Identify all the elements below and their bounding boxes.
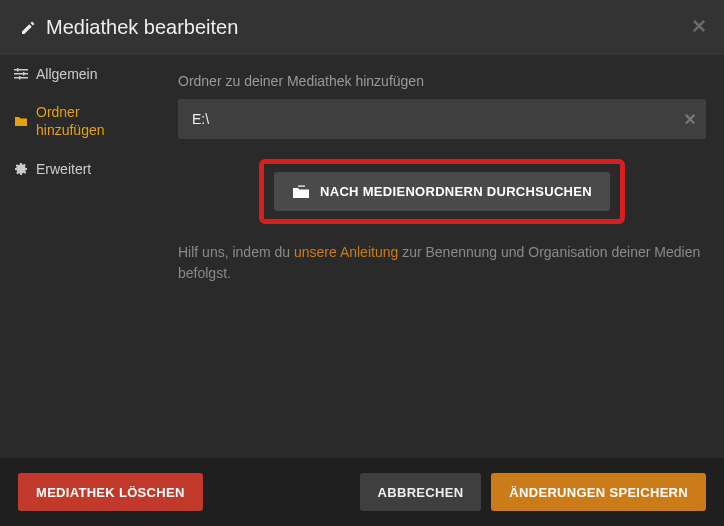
close-icon[interactable]: × bbox=[692, 14, 706, 38]
help-text: Hilf uns, indem du unsere Anleitung zur … bbox=[178, 242, 706, 284]
naming-guide-link[interactable]: unsere Anleitung bbox=[294, 244, 398, 260]
sidebar-item-advanced[interactable]: Erweitert bbox=[0, 150, 158, 188]
folder-path-row[interactable]: E:\ × bbox=[178, 99, 706, 139]
browse-button-label: NACH MEDIENORDNERN DURCHSUCHEN bbox=[320, 184, 592, 199]
svg-rect-5 bbox=[19, 76, 21, 80]
sidebar-item-label: Allgemein bbox=[36, 65, 97, 83]
pencil-icon bbox=[20, 20, 36, 36]
svg-rect-3 bbox=[17, 68, 19, 72]
save-changes-button[interactable]: ÄNDERUNGEN SPEICHERN bbox=[491, 473, 706, 511]
modal-title: Mediathek bearbeiten bbox=[46, 16, 238, 39]
svg-rect-1 bbox=[14, 73, 28, 75]
cancel-button[interactable]: ABBRECHEN bbox=[360, 473, 482, 511]
sidebar-item-label: Ordner hinzufügen bbox=[36, 103, 144, 139]
browse-media-folders-button[interactable]: NACH MEDIENORDNERN DURCHSUCHEN bbox=[274, 172, 610, 211]
modal-header: Mediathek bearbeiten × bbox=[0, 0, 724, 55]
modal-body: Allgemein Ordner hinzufügen Erweitert Or… bbox=[0, 55, 724, 458]
svg-rect-0 bbox=[14, 69, 28, 71]
sliders-icon bbox=[14, 67, 28, 81]
browse-area: NACH MEDIENORDNERN DURCHSUCHEN bbox=[178, 159, 706, 224]
folder-icon bbox=[14, 114, 28, 128]
svg-rect-4 bbox=[23, 72, 25, 76]
sidebar-item-general[interactable]: Allgemein bbox=[0, 55, 158, 93]
content-pane: Ordner zu deiner Mediathek hinzufügen E:… bbox=[158, 55, 724, 458]
help-text-prefix: Hilf uns, indem du bbox=[178, 244, 294, 260]
sidebar: Allgemein Ordner hinzufügen Erweitert bbox=[0, 55, 158, 458]
modal-footer: MEDIATHEK LÖSCHEN ABBRECHEN ÄNDERUNGEN S… bbox=[0, 458, 724, 526]
field-label: Ordner zu deiner Mediathek hinzufügen bbox=[178, 73, 706, 89]
svg-rect-2 bbox=[14, 77, 28, 79]
svg-rect-6 bbox=[298, 185, 305, 186]
tutorial-highlight: NACH MEDIENORDNERN DURCHSUCHEN bbox=[259, 159, 625, 224]
folder-path-value: E:\ bbox=[192, 111, 209, 127]
remove-path-icon[interactable]: × bbox=[684, 108, 696, 131]
sidebar-item-add-folder[interactable]: Ordner hinzufügen bbox=[0, 93, 158, 149]
edit-library-modal: Mediathek bearbeiten × Allgemein Ordner … bbox=[0, 0, 724, 526]
folder-search-icon bbox=[292, 185, 310, 199]
sidebar-item-label: Erweitert bbox=[36, 160, 91, 178]
delete-library-button[interactable]: MEDIATHEK LÖSCHEN bbox=[18, 473, 203, 511]
gear-icon bbox=[14, 162, 28, 176]
